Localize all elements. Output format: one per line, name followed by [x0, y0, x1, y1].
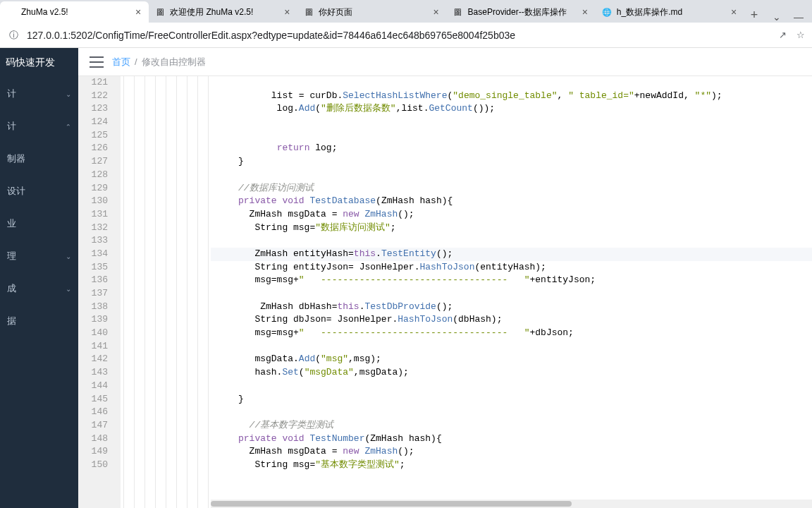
window-dropdown-icon[interactable]: ⌄ — [773, 11, 781, 23]
sidebar-item[interactable]: 成⌄ — [0, 272, 78, 305]
tab-favicon-icon: 圖 — [154, 6, 166, 18]
code-line[interactable]: String msg="数据库访问测试"; — [211, 222, 812, 235]
window-min-icon[interactable]: — — [794, 11, 804, 23]
code-line[interactable]: String msg="基本数字类型测试"; — [211, 459, 812, 472]
code-line[interactable] — [211, 76, 812, 90]
line-number: 126 — [78, 142, 108, 155]
tab-title: 欢迎使用 ZhuMa v2.5! — [170, 6, 278, 18]
code-line[interactable]: msg=msg+" ------------------------------… — [211, 327, 812, 340]
code-line[interactable]: String entityJson= JsonHelper.HashToJson… — [211, 261, 812, 274]
sidebar-item-label: 据 — [7, 315, 16, 327]
code-line[interactable] — [211, 406, 812, 419]
menu-toggle-icon[interactable] — [90, 56, 104, 68]
line-number: 133 — [78, 234, 108, 248]
line-number: 147 — [78, 419, 108, 433]
code-line[interactable]: String dbJson= JsonHelper.HashToJson(dbH… — [211, 313, 812, 327]
code-line[interactable]: msgData.Add("msg",msg); — [211, 353, 812, 366]
line-number: 137 — [78, 287, 108, 301]
code-line[interactable]: log.Add("删除后数据条数",list.GetCount()); — [211, 102, 812, 116]
sidebar-item[interactable]: 计⌄ — [0, 78, 78, 110]
chevron-down-icon: ⌄ — [66, 123, 71, 131]
tab-close-icon[interactable]: × — [133, 7, 143, 17]
line-number: 128 — [78, 169, 108, 182]
line-number: 132 — [78, 222, 108, 235]
chevron-down-icon: ⌄ — [66, 253, 71, 260]
sidebar-item[interactable]: 业 — [0, 207, 78, 240]
line-number: 149 — [78, 445, 108, 459]
code-line[interactable]: } — [211, 155, 812, 169]
tab-favicon-icon: 圖 — [303, 6, 314, 18]
line-number: 122 — [78, 90, 108, 103]
code-line[interactable]: msg=msg+" ------------------------------… — [211, 274, 812, 287]
code-editor[interactable]: 1211221231241251261271281291301311321331… — [78, 76, 812, 508]
line-number: 140 — [78, 327, 108, 340]
code-line[interactable] — [211, 169, 812, 182]
tab-close-icon[interactable]: × — [282, 7, 292, 17]
browser-tab[interactable]: ZhuMa v2.5!× — [0, 1, 149, 23]
sidebar-item-label: 制器 — [7, 152, 25, 165]
sidebar-item[interactable]: 制器 — [0, 143, 78, 175]
browser-tab[interactable]: 圖你好页面× — [297, 1, 446, 23]
code-line[interactable]: ZmHash entityHash=this.TestEntity(); — [211, 248, 812, 261]
tab-close-icon[interactable]: × — [431, 7, 441, 17]
code-line[interactable]: return log; — [211, 142, 812, 155]
bookmark-star-icon[interactable]: ☆ — [796, 30, 805, 40]
site-info-icon[interactable]: ⓘ — [7, 29, 20, 42]
code-line[interactable]: } — [211, 393, 812, 406]
code-content[interactable]: list = curDb.SelectHashListWhere("demo_s… — [211, 76, 812, 508]
line-number: 142 — [78, 353, 108, 366]
sidebar-item[interactable]: 计⌄ — [0, 110, 78, 143]
sidebar-item-label: 业 — [7, 217, 16, 230]
line-number: 146 — [78, 406, 108, 419]
code-line[interactable]: private void TestNumber(ZmHash hash){ — [211, 433, 812, 446]
code-line[interactable] — [211, 380, 812, 393]
scrollbar-thumb[interactable] — [211, 501, 572, 507]
fold-guides — [121, 76, 211, 508]
sidebar-item[interactable]: 理⌄ — [0, 240, 78, 272]
code-line[interactable]: list = curDb.SelectHashListWhere("demo_s… — [211, 90, 812, 103]
sidebar-title: 码快速开发 — [0, 48, 78, 78]
tab-title: h_数据库操作.md — [617, 6, 725, 18]
sidebar-item[interactable]: 设计 — [0, 175, 78, 207]
sidebar-item-label: 理 — [7, 250, 16, 262]
code-line[interactable]: //基本数字类型测试 — [211, 419, 812, 433]
tab-favicon-icon — [6, 6, 17, 18]
code-line[interactable]: ZmHash msgData = new ZmHash(); — [211, 445, 812, 459]
line-number: 136 — [78, 274, 108, 287]
code-line[interactable] — [211, 234, 812, 248]
sidebar-item[interactable]: 据 — [0, 305, 78, 337]
tab-title: 你好页面 — [319, 6, 426, 18]
new-tab-button[interactable]: + — [744, 8, 764, 23]
code-line[interactable]: //数据库访问测试 — [211, 182, 812, 195]
sidebar-item-label: 计 — [7, 120, 16, 133]
code-line[interactable] — [211, 287, 812, 301]
sidebar: 码快速开发 计⌄计⌄制器设计业理⌄成⌄据 — [0, 48, 78, 508]
line-number: 124 — [78, 116, 108, 129]
browser-tab[interactable]: 圖欢迎使用 ZhuMa v2.5!× — [149, 1, 297, 23]
code-line[interactable] — [211, 340, 812, 353]
code-line[interactable]: hash.Set("msgData",msgData); — [211, 366, 812, 380]
horizontal-scrollbar[interactable] — [211, 500, 812, 508]
tab-title: ZhuMa v2.5! — [21, 7, 129, 17]
line-number: 148 — [78, 433, 108, 446]
code-line[interactable]: ZmHash dbHash=this.TestDbProvide(); — [211, 301, 812, 314]
share-icon[interactable]: ↗ — [779, 30, 787, 40]
browser-tab[interactable]: 圖BaseProvider--数据库操作× — [447, 1, 596, 23]
url-input[interactable] — [27, 30, 772, 41]
line-number: 150 — [78, 459, 108, 472]
line-number: 123 — [78, 102, 108, 116]
code-line[interactable]: ZmHash msgData = new ZmHash(); — [211, 208, 812, 222]
top-bar: 首页 / 修改自由控制器 — [78, 48, 812, 76]
browser-tab-strip: ZhuMa v2.5!×圖欢迎使用 ZhuMa v2.5!×圖你好页面×圖Bas… — [0, 0, 812, 23]
browser-tab[interactable]: 🌐h_数据库操作.md× — [596, 1, 744, 23]
code-line[interactable] — [211, 129, 812, 143]
line-number: 141 — [78, 340, 108, 353]
breadcrumb: 首页 / 修改自由控制器 — [112, 56, 206, 68]
breadcrumb-home[interactable]: 首页 — [112, 56, 130, 68]
sidebar-item-label: 设计 — [7, 185, 25, 198]
code-line[interactable] — [211, 116, 812, 129]
breadcrumb-current: 修改自由控制器 — [142, 56, 206, 68]
tab-close-icon[interactable]: × — [729, 7, 739, 17]
code-line[interactable]: private void TestDatabase(ZmHash hash){ — [211, 195, 812, 208]
tab-close-icon[interactable]: × — [580, 7, 590, 17]
